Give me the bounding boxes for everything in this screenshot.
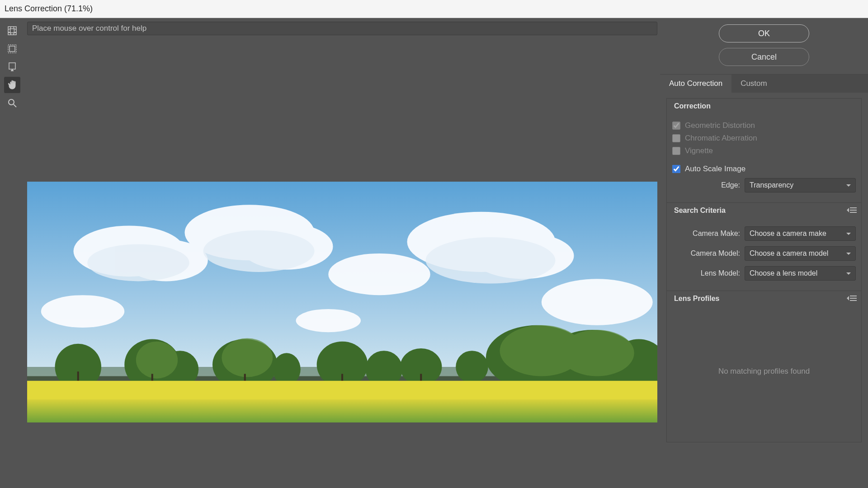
auto-scale-label: Auto Scale Image xyxy=(685,164,745,174)
panel-body: Correction Geometric Distortion Chromati… xyxy=(660,93,868,488)
svg-point-12 xyxy=(87,244,189,281)
camera-model-select[interactable]: Choose a camera model xyxy=(745,246,856,261)
canvas-wrap xyxy=(27,42,657,484)
lens-profiles-section: Lens Profiles No matching profiles found xyxy=(666,291,862,442)
lens-model-select[interactable]: Choose a lens model xyxy=(745,266,856,281)
svg-rect-40 xyxy=(850,210,857,211)
hand-icon xyxy=(7,80,18,90)
lens-model-row: Lens Model: Choose a lens model xyxy=(672,263,856,283)
tool-strip xyxy=(0,18,24,488)
settings-panel: OK Cancel Auto Correction Custom Correct… xyxy=(660,18,868,488)
auto-scale-checkbox[interactable] xyxy=(672,165,680,173)
ok-label: OK xyxy=(758,29,770,38)
straighten-tool[interactable] xyxy=(4,41,20,57)
landscape-preview-icon xyxy=(27,182,657,422)
profiles-menu-button[interactable] xyxy=(847,295,857,302)
profiles-empty: No matching profiles found xyxy=(672,308,856,435)
search-title: Search Criteria xyxy=(672,206,727,215)
svg-point-14 xyxy=(426,237,556,284)
edge-label: Edge: xyxy=(672,181,740,189)
svg-rect-43 xyxy=(850,298,857,299)
svg-point-31 xyxy=(560,330,634,376)
search-criteria-section: Search Criteria Camera Make: Choose a ca… xyxy=(666,203,862,291)
lens-model-label: Lens Model: xyxy=(672,269,740,277)
correction-title: Correction xyxy=(672,102,712,110)
main-layout: Place mouse over control for help xyxy=(0,18,868,488)
window-title: Lens Correction (71.1%) xyxy=(5,4,93,14)
svg-point-10 xyxy=(41,295,125,328)
move-grid-tool[interactable] xyxy=(4,59,20,75)
svg-point-13 xyxy=(203,230,315,272)
camera-make-value: Choose a camera make xyxy=(750,230,826,237)
hand-tool[interactable] xyxy=(4,77,20,93)
svg-point-24 xyxy=(456,351,488,383)
camera-model-label: Camera Model: xyxy=(672,249,740,258)
help-bar: Place mouse over control for help xyxy=(27,22,657,35)
svg-rect-42 xyxy=(850,296,857,296)
title-bar: Lens Correction (71.1%) xyxy=(0,0,868,18)
chromatic-aberration-label: Chromatic Aberration xyxy=(685,134,757,143)
grid-distort-icon xyxy=(7,25,18,36)
dialog-buttons: OK Cancel xyxy=(660,24,868,74)
search-menu-button[interactable] xyxy=(847,206,857,214)
cancel-button[interactable]: Cancel xyxy=(719,48,809,66)
profiles-title: Lens Profiles xyxy=(672,295,721,303)
tab-custom[interactable]: Custom xyxy=(731,75,776,93)
svg-point-0 xyxy=(9,99,14,105)
profiles-empty-text: No matching profiles found xyxy=(718,367,810,376)
preview-area: Place mouse over control for help xyxy=(24,18,660,488)
cancel-label: Cancel xyxy=(751,52,777,62)
edge-value: Transparency xyxy=(750,181,793,189)
camera-model-row: Camera Model: Choose a camera model xyxy=(672,244,856,263)
camera-make-row: Camera Make: Choose a camera make xyxy=(672,224,856,244)
camera-model-value: Choose a camera model xyxy=(750,249,828,257)
correction-section: Correction Geometric Distortion Chromati… xyxy=(666,98,862,203)
flyout-menu-icon xyxy=(847,206,857,214)
ok-button[interactable]: OK xyxy=(719,24,809,42)
flyout-menu-icon xyxy=(847,295,857,302)
svg-point-28 xyxy=(136,341,178,378)
camera-make-label: Camera Make: xyxy=(672,230,740,238)
svg-point-9 xyxy=(542,279,653,325)
geometric-distortion-row: Geometric Distortion xyxy=(672,119,856,132)
zoom-tool[interactable] xyxy=(4,95,20,111)
tabs: Auto Correction Custom xyxy=(660,74,868,93)
camera-make-select[interactable]: Choose a camera make xyxy=(745,226,856,241)
geometric-distortion-checkbox xyxy=(672,122,680,130)
svg-rect-41 xyxy=(850,212,857,213)
tab-custom-label: Custom xyxy=(741,79,767,88)
edge-row: Edge: Transparency xyxy=(672,175,856,195)
svg-point-11 xyxy=(296,309,361,332)
move-grid-icon xyxy=(7,61,18,72)
svg-point-29 xyxy=(222,338,273,377)
geometric-distortion-label: Geometric Distortion xyxy=(685,121,755,130)
svg-rect-39 xyxy=(850,207,857,208)
image-canvas[interactable] xyxy=(27,182,657,422)
vignette-row: Vignette xyxy=(672,145,856,157)
svg-point-6 xyxy=(328,253,430,295)
remove-distortion-tool[interactable] xyxy=(4,23,20,39)
magnifier-icon xyxy=(7,98,18,108)
tab-auto-correction[interactable]: Auto Correction xyxy=(660,75,731,93)
lens-model-value: Choose a lens model xyxy=(750,269,817,277)
tab-auto-label: Auto Correction xyxy=(669,79,722,88)
help-text: Place mouse over control for help xyxy=(32,24,146,33)
straighten-icon xyxy=(7,43,18,54)
svg-rect-44 xyxy=(850,300,857,301)
vignette-checkbox xyxy=(672,147,680,155)
vignette-label: Vignette xyxy=(685,146,713,155)
chromatic-aberration-row: Chromatic Aberration xyxy=(672,132,856,145)
edge-select[interactable]: Transparency xyxy=(745,178,856,192)
chromatic-aberration-checkbox xyxy=(672,134,680,142)
svg-point-20 xyxy=(273,353,301,385)
auto-scale-row[interactable]: Auto Scale Image xyxy=(672,163,856,175)
svg-rect-38 xyxy=(27,399,657,422)
